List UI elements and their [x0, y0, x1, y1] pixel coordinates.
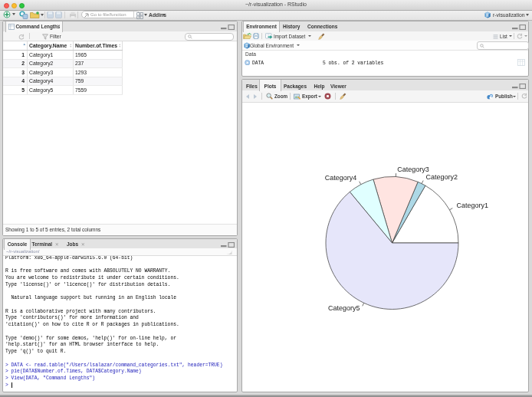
- svg-text:Category1: Category1: [456, 202, 488, 209]
- svg-text:Category5: Category5: [328, 304, 360, 312]
- svg-text:Category4: Category4: [325, 174, 357, 182]
- svg-text:Category3: Category3: [397, 166, 429, 173]
- svg-text:Category2: Category2: [425, 173, 458, 181]
